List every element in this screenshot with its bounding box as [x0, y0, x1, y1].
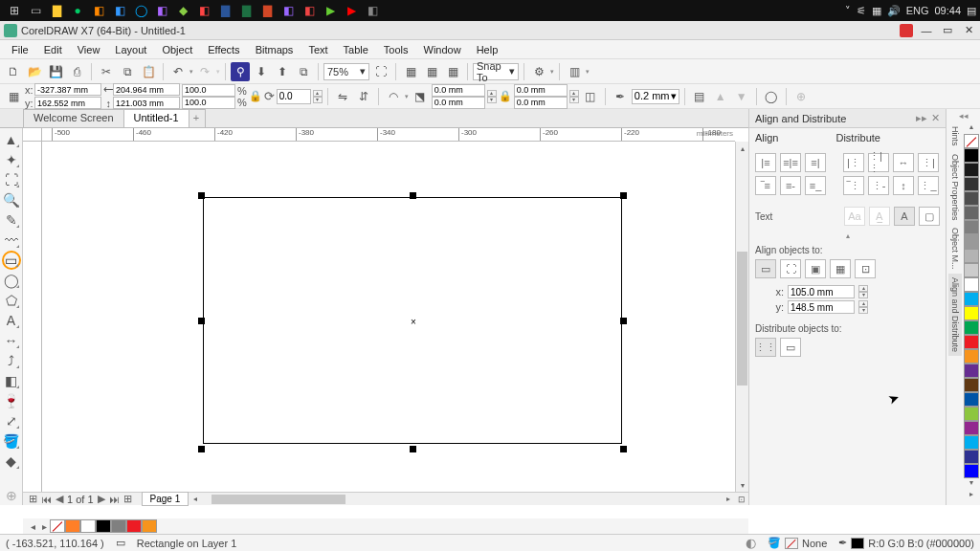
corner-preview-button[interactable]: ◫	[581, 87, 600, 106]
page-next[interactable]: ▶	[96, 493, 107, 505]
dist-center-v-button[interactable]: ⋮-	[868, 176, 889, 195]
docpal-none[interactable]	[50, 519, 65, 533]
print-button[interactable]: ⎙	[67, 62, 86, 81]
menu-layout[interactable]: Layout	[107, 42, 154, 57]
swatch-18[interactable]	[964, 407, 979, 421]
zoom-tool[interactable]: 🔍	[2, 190, 21, 209]
scale-x-field[interactable]	[182, 84, 235, 97]
menu-file[interactable]: File	[4, 42, 36, 57]
tab-welcome[interactable]: Welcome Screen	[23, 109, 124, 127]
pr-icon[interactable]: ◧	[151, 0, 172, 21]
corner-tl-field[interactable]	[432, 84, 485, 97]
copy-button[interactable]: ⧉	[118, 62, 137, 81]
canvas[interactable]: ×	[42, 142, 735, 492]
menu-bitmaps[interactable]: Bitmaps	[248, 42, 301, 57]
horizontal-scrollbar[interactable]: ◂ ▸	[202, 494, 722, 505]
swatch-3[interactable]	[964, 191, 979, 206]
text-tool[interactable]: A	[2, 311, 21, 330]
rot-up[interactable]: ▴	[313, 90, 323, 97]
dimension-tool[interactable]: ↔	[2, 331, 21, 350]
menu-tools[interactable]: Tools	[376, 42, 416, 57]
swatch-11[interactable]	[964, 306, 979, 320]
menu-window[interactable]: Window	[416, 42, 469, 57]
rectangle-tool[interactable]: ▭	[2, 251, 21, 270]
page-tab-1[interactable]: Page 1	[142, 492, 189, 506]
corner-rel-button[interactable]: ⬔	[411, 87, 430, 106]
align-left-button[interactable]: |≡	[755, 153, 776, 172]
clock[interactable]: 09:44	[934, 5, 961, 16]
taskview-icon[interactable]: ▭	[25, 0, 46, 21]
ai-icon[interactable]: ◧	[88, 0, 109, 21]
ruler-origin[interactable]	[23, 128, 42, 142]
swatch-6[interactable]	[964, 234, 979, 249]
excel-icon[interactable]: ▇	[235, 0, 256, 21]
quick-tool-button[interactable]: ⊕	[2, 486, 21, 505]
mirror-v-button[interactable]: ⇵	[354, 87, 373, 106]
corner-style-button[interactable]: ◠	[384, 87, 403, 106]
tab-untitled[interactable]: Untitled-1	[123, 109, 189, 127]
align-to-active-button[interactable]: ▭	[755, 259, 776, 278]
dist-to-page-button[interactable]: ▭	[780, 338, 801, 357]
align-y-field[interactable]	[788, 300, 855, 314]
outline-swatch[interactable]	[851, 538, 864, 549]
show-guides-button[interactable]: ▦	[443, 62, 462, 81]
hscroll-left[interactable]: ◂	[189, 494, 202, 505]
maximize-button[interactable]: ▭	[940, 24, 955, 37]
handle-s[interactable]	[410, 446, 416, 452]
handle-se[interactable]	[620, 446, 627, 452]
arrow-icon[interactable]: ▶	[320, 0, 341, 21]
paste-button[interactable]: 📋	[139, 62, 158, 81]
lock-ratio-button[interactable]: 🔒	[249, 83, 262, 110]
vscroll-up[interactable]: ▴	[736, 142, 748, 155]
align-x-field[interactable]	[788, 285, 855, 298]
palette-scroll-down[interactable]: ▾	[964, 478, 979, 490]
corner-bl-field[interactable]	[432, 97, 485, 109]
pos-y-field[interactable]	[34, 97, 101, 109]
zoom-field[interactable]: 75%▾	[323, 63, 369, 80]
tray-chevron-icon[interactable]: ˅	[845, 5, 851, 17]
height-field[interactable]	[113, 97, 180, 109]
freehand-tool[interactable]: ✎	[2, 210, 21, 230]
text-last-button[interactable]: A̲	[869, 207, 890, 226]
whatsapp-icon[interactable]: ●	[67, 0, 88, 21]
docker-collapse-icon[interactable]: ▸▸	[916, 112, 927, 124]
tofront-button[interactable]: ▲	[711, 87, 730, 106]
dist-center-h-button[interactable]: ⋮|⋮	[868, 153, 889, 172]
rotation-field[interactable]	[277, 89, 311, 104]
align-to-page-edge-button[interactable]: ⛶	[780, 259, 801, 278]
swatch-5[interactable]	[964, 220, 979, 234]
handle-n[interactable]	[410, 192, 416, 199]
mirror-h-button[interactable]: ⇋	[333, 87, 352, 106]
lang-indicator[interactable]: ENG	[906, 5, 929, 16]
notif-icon[interactable]: ▤	[967, 5, 976, 17]
export-button[interactable]: ⬆	[273, 62, 292, 81]
app4-icon[interactable]: ◧	[362, 0, 383, 21]
connector-tool[interactable]: ⤴	[2, 351, 21, 370]
dist-space-h-button[interactable]: ↔	[893, 153, 914, 172]
page-add-after[interactable]: ⊞	[122, 493, 134, 505]
yt-icon[interactable]: ▶	[341, 0, 362, 21]
dropshadow-tool[interactable]: ◧	[2, 371, 21, 390]
show-grid-button[interactable]: ▦	[422, 62, 441, 81]
eyedropper-tool[interactable]: ⤢	[2, 411, 21, 430]
tab-new-button[interactable]: +	[189, 109, 206, 127]
docpal-swatch-0[interactable]	[65, 519, 80, 533]
palette-scroll-up[interactable]: ▴	[964, 122, 979, 134]
new-button[interactable]: 🗋	[4, 62, 23, 81]
options-button[interactable]: ⚙	[529, 62, 548, 81]
dock-expand-icon[interactable]: ◂◂	[959, 111, 969, 121]
horizontal-ruler[interactable]: millimeters -500 -460 -420 -380 -340 -30…	[42, 128, 735, 142]
swatch-22[interactable]	[964, 464, 979, 478]
swatch-10[interactable]	[964, 292, 979, 306]
navigator-button[interactable]: ⊡	[735, 495, 748, 504]
snap-to-field[interactable]: Snap To▾	[473, 63, 519, 80]
polygon-tool[interactable]: ⬠	[2, 291, 21, 310]
docpal-swatch-1[interactable]	[80, 519, 96, 533]
artistic-tool[interactable]: 〰	[2, 231, 21, 250]
swatch-8[interactable]	[964, 263, 979, 277]
align-to-point-button[interactable]: ⊡	[855, 259, 876, 278]
handle-sw[interactable]	[198, 446, 205, 452]
dist-bottom-button[interactable]: ⋮_	[918, 176, 939, 195]
tab-align-distribute[interactable]: Align and Distribute	[948, 274, 962, 356]
align-center-h-button[interactable]: ≡|≡	[780, 153, 801, 172]
